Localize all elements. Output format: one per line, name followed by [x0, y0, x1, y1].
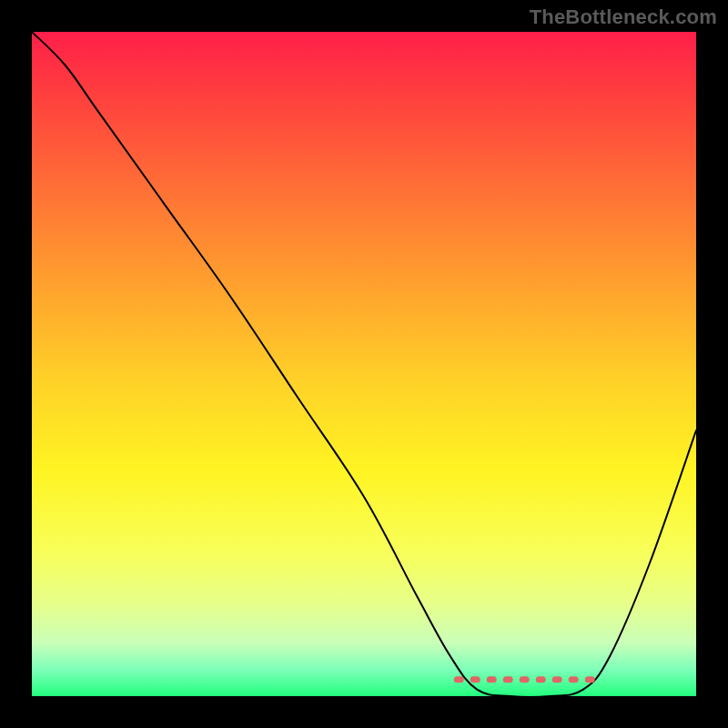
curve-layer: [32, 32, 696, 696]
chart-frame: TheBottleneck.com: [0, 0, 728, 728]
plot-area: [32, 32, 696, 696]
watermark-text: TheBottleneck.com: [530, 5, 717, 29]
bottleneck-curve: [32, 32, 696, 696]
